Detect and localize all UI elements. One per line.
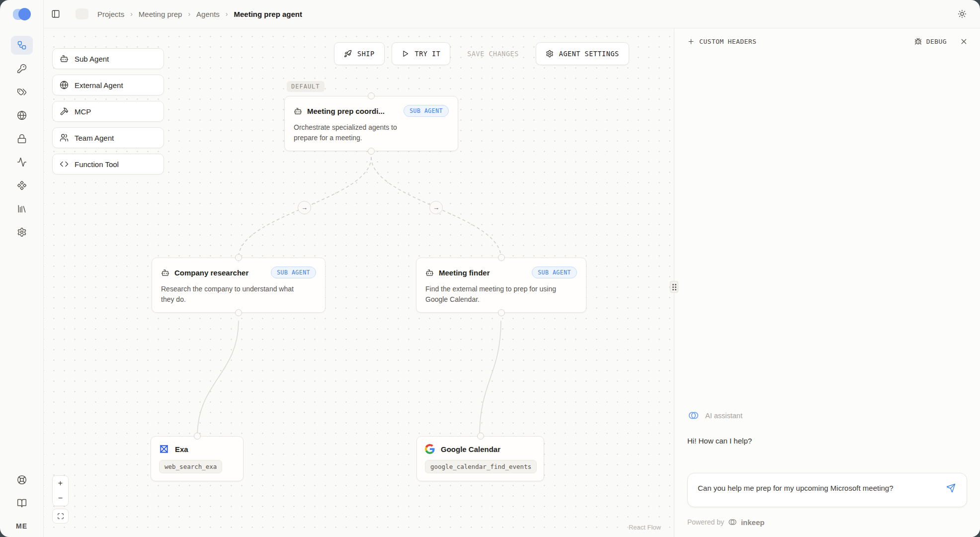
debug-button[interactable]: DEBUG xyxy=(914,38,947,45)
node-title: Company researcher xyxy=(174,268,248,277)
user-avatar[interactable]: ME xyxy=(16,522,27,530)
panel-left-icon xyxy=(51,9,60,18)
rail-item-help[interactable] xyxy=(11,470,33,489)
bot-icon xyxy=(294,107,302,115)
node-title: Meeting prep coordi... xyxy=(307,107,385,115)
breadcrumb-current-page: Meeting prep agent xyxy=(234,10,302,18)
bug-icon xyxy=(914,38,922,45)
palette-item-external-agent[interactable]: External Agent xyxy=(52,75,164,95)
palette-item-label: Team Agent xyxy=(75,134,114,142)
rail-item-keys[interactable] xyxy=(11,59,33,78)
exa-logo-icon xyxy=(159,444,169,454)
palette-item-function-tool[interactable]: Function Tool xyxy=(52,154,164,175)
node-source-handle[interactable] xyxy=(368,148,375,155)
node-source-handle[interactable] xyxy=(498,309,505,316)
palette-item-label: Sub Agent xyxy=(75,55,109,63)
users-icon xyxy=(60,133,69,142)
tags-icon xyxy=(17,87,27,97)
edge-transfer-badge: → xyxy=(429,201,443,214)
top-bar: Projects › Meeting prep › Agents › Meeti… xyxy=(44,0,980,28)
panel-resize-handle[interactable] xyxy=(670,281,678,293)
close-icon xyxy=(960,37,968,46)
palette-item-sub-agent[interactable]: Sub Agent xyxy=(52,48,164,69)
rail-item-tags[interactable] xyxy=(11,83,33,101)
rail-item-agents[interactable] xyxy=(11,36,33,55)
breadcrumb-separator: › xyxy=(226,10,228,18)
node-exa-tool[interactable]: Exa web_search_exa xyxy=(151,436,244,481)
rail-item-activity[interactable] xyxy=(11,153,33,172)
chat-input[interactable]: Can you help me prep for my upcoming Mic… xyxy=(687,473,967,507)
node-target-handle[interactable] xyxy=(194,433,201,440)
code-icon xyxy=(60,160,69,169)
rail-item-credentials[interactable] xyxy=(11,129,33,148)
rail-item-library[interactable] xyxy=(11,199,33,218)
lock-icon xyxy=(17,134,27,144)
rail-item-components[interactable] xyxy=(11,176,33,195)
node-title: Meeting finder xyxy=(439,268,490,277)
chat-area: AI assistant Hi! How can I help? Can you… xyxy=(674,409,980,537)
inkeep-brand-label: inkeep xyxy=(741,518,765,527)
theme-toggle-button[interactable] xyxy=(954,6,970,22)
zoom-in-button[interactable]: + xyxy=(53,476,68,491)
send-icon xyxy=(946,483,956,493)
hammer-icon xyxy=(60,107,69,116)
close-panel-button[interactable] xyxy=(960,37,968,46)
debug-panel: CUSTOM HEADERS DEBUG AI assista xyxy=(674,28,980,537)
inkeep-assistant-icon xyxy=(687,409,700,422)
node-company-researcher[interactable]: Company researcher SUB AGENT Research th… xyxy=(152,258,326,313)
life-buoy-icon xyxy=(17,475,27,485)
tool-title: Exa xyxy=(175,445,188,453)
node-target-handle[interactable] xyxy=(477,433,484,440)
rail-item-docs[interactable] xyxy=(11,494,33,513)
breadcrumb-separator: › xyxy=(130,10,133,18)
icon-rail: ME xyxy=(0,0,44,537)
tool-title: Google Calendar xyxy=(441,445,500,453)
node-meeting-prep-coordinator[interactable]: Meeting prep coordi... SUB AGENT Orchest… xyxy=(284,96,458,151)
sidebar-toggle-button[interactable] xyxy=(48,6,64,22)
powered-by-label: Powered by xyxy=(687,518,724,526)
save-changes-button[interactable]: SAVE CHANGES xyxy=(457,42,529,65)
book-open-icon xyxy=(17,498,27,508)
node-target-handle[interactable] xyxy=(368,92,375,99)
send-button[interactable] xyxy=(945,482,957,494)
ship-button[interactable]: SHIP xyxy=(334,42,385,65)
breadcrumb-meeting-prep[interactable]: Meeting prep xyxy=(139,10,182,18)
agent-settings-button[interactable]: AGENT SETTINGS xyxy=(536,42,629,65)
try-it-button[interactable]: TRY IT xyxy=(392,42,451,65)
node-description: Research the company to understand what … xyxy=(161,284,294,305)
palette-item-label: Function Tool xyxy=(75,160,119,169)
rail-item-external[interactable] xyxy=(11,106,33,125)
globe-icon xyxy=(17,110,27,120)
assistant-greeting: Hi! How can I help? xyxy=(687,437,967,445)
palette-item-team-agent[interactable]: Team Agent xyxy=(52,127,164,148)
breadcrumb-projects[interactable]: Projects xyxy=(97,10,124,18)
gear-icon xyxy=(546,50,554,58)
app-window: ME Projects › Meeting prep › Agents › Me… xyxy=(0,0,980,537)
play-icon xyxy=(402,50,409,58)
breadcrumb-agents[interactable]: Agents xyxy=(196,10,220,18)
node-target-handle[interactable] xyxy=(235,254,242,261)
rail-item-settings[interactable] xyxy=(11,223,33,242)
key-icon xyxy=(17,64,27,74)
palette-item-mcp[interactable]: MCP xyxy=(52,101,164,122)
node-meeting-finder[interactable]: Meeting finder SUB AGENT Find the extern… xyxy=(416,258,586,313)
google-logo-icon xyxy=(425,444,435,454)
breadcrumb-separator: › xyxy=(188,10,190,18)
powered-by-inkeep-link[interactable]: Powered by inkeep xyxy=(687,517,967,527)
node-description: Orchestrate specialized agents to prepar… xyxy=(294,122,418,143)
node-google-calendar-tool[interactable]: Google Calendar google_calendar_find_eve… xyxy=(416,436,544,481)
component-icon xyxy=(17,180,27,190)
rocket-icon xyxy=(344,50,352,58)
node-source-handle[interactable] xyxy=(235,309,242,316)
add-custom-headers-button[interactable]: CUSTOM HEADERS xyxy=(687,38,756,45)
graph-canvas[interactable]: → → Sub Agent External Agent MCP xyxy=(44,28,674,537)
react-flow-attribution[interactable]: React Flow xyxy=(629,524,661,531)
fit-view-button[interactable] xyxy=(52,509,69,524)
node-target-handle[interactable] xyxy=(498,254,505,261)
zoom-out-button[interactable]: − xyxy=(53,491,68,506)
chat-input-value[interactable]: Can you help me prep for my upcoming Mic… xyxy=(698,482,894,495)
debug-panel-header: CUSTOM HEADERS DEBUG xyxy=(674,28,980,54)
sun-icon xyxy=(958,9,967,18)
palette-item-label: MCP xyxy=(75,107,91,116)
tool-id-tag: google_calendar_find_events xyxy=(425,460,537,473)
